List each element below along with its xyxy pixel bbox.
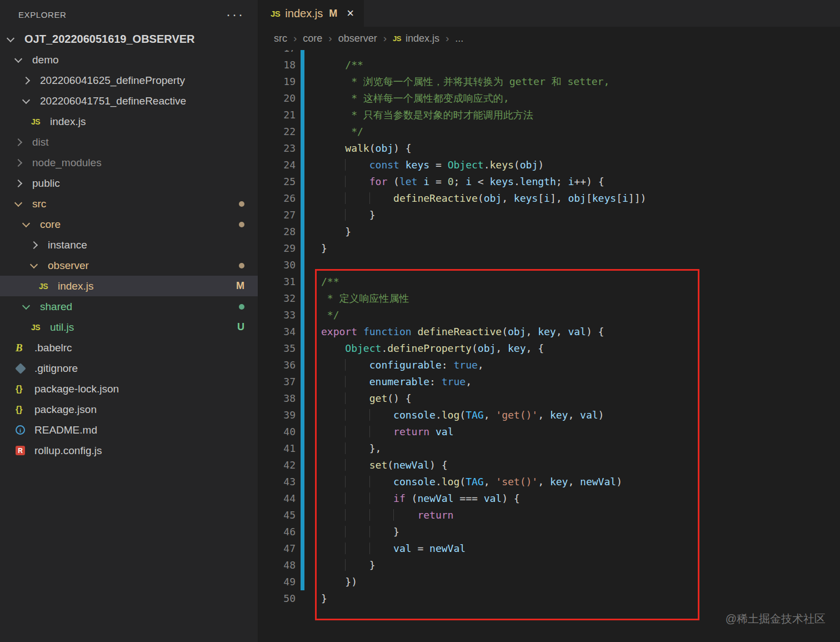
tab-index-js[interactable]: js JS index.js M ×	[258, 0, 364, 27]
code-line-34: 34export function defineReactive(obj, ke…	[258, 324, 840, 340]
indent-guide	[345, 359, 369, 371]
tree-folder-core[interactable]: core	[0, 214, 258, 235]
line-number: 41	[258, 440, 296, 457]
tree-folder-ojt-202206051619-observer[interactable]: OJT_202206051619_OBSERVER	[0, 29, 258, 49]
git-modified-gutter-bar	[301, 440, 304, 457]
tree-file-util-js[interactable]: JSutil.jsU	[0, 317, 258, 337]
line-number: 28	[258, 223, 296, 240]
tree-file-index-js[interactable]: JSindex.js	[0, 111, 258, 132]
breadcrumb-item-src[interactable]: src	[274, 33, 287, 44]
more-actions-icon[interactable]: ···	[226, 12, 244, 17]
code-text: * 只有当参数是对象的时才能调用此方法	[321, 107, 533, 123]
chevron-down-icon	[22, 96, 30, 103]
babel-file-icon: B	[16, 342, 23, 354]
line-number: 24	[258, 157, 296, 173]
code-line-32: 32 * 定义响应性属性	[258, 290, 840, 307]
line-number: 22	[258, 123, 296, 140]
explorer-header: EXPLORER ···	[0, 0, 258, 29]
rollup-file-icon: R	[16, 446, 25, 455]
code-line-24: 24 const keys = Object.keys(obj)	[258, 157, 840, 173]
indent-guide	[345, 392, 369, 404]
indent-guide	[369, 192, 393, 204]
tree-folder-public[interactable]: public	[0, 173, 258, 193]
gutter-spacer	[301, 590, 304, 607]
breadcrumb: src›core›observer›JSindex.js›...	[258, 27, 840, 50]
chevron-down-icon	[14, 198, 22, 206]
chevron-right-icon	[30, 241, 38, 248]
code-text: /**	[321, 273, 339, 290]
breadcrumb-item-index-js[interactable]: JSindex.js	[393, 33, 439, 44]
tree-item-label: util.js	[50, 321, 74, 334]
breadcrumb-item-observer[interactable]: observer	[338, 33, 377, 44]
file-tree: OJT_202206051619_OBSERVERdemo20220604162…	[0, 29, 258, 461]
breadcrumb-item-core[interactable]: core	[303, 33, 322, 44]
tree-folder-instance[interactable]: instance	[0, 235, 258, 255]
git-file-icon	[15, 363, 26, 374]
line-number: 35	[258, 340, 296, 357]
line-number: 21	[258, 107, 296, 123]
tree-item-label: index.js	[58, 280, 93, 292]
chevron-right-icon	[14, 158, 22, 166]
code-line-29: 29}	[258, 240, 840, 257]
tree-folder-observer[interactable]: observer	[0, 255, 258, 276]
tree-folder-dist[interactable]: dist	[0, 132, 258, 152]
code-line-43: 43 console.log(TAG, 'set()', key, newVal…	[258, 474, 840, 490]
tree-item-label: .babelrc	[34, 342, 72, 354]
tree-file-index-js[interactable]: JSindex.jsM	[0, 276, 258, 296]
tree-file-rollup-config-js[interactable]: Rrollup.config.js	[0, 440, 258, 461]
code-line-50: 50}	[258, 590, 840, 607]
breadcrumb-separator: ›	[383, 32, 387, 44]
line-number: 46	[258, 524, 296, 540]
close-icon[interactable]: ×	[347, 7, 354, 19]
code-text: set(newVal) {	[321, 457, 448, 474]
code-text: for (let i = 0; i < keys.length; i++) {	[321, 173, 604, 190]
tree-folder-src[interactable]: src	[0, 193, 258, 214]
line-number: 44	[258, 490, 296, 507]
code-text: }	[321, 557, 376, 574]
tree-folder-node-modules[interactable]: node_modules	[0, 152, 258, 173]
code-line-21: 21 * 只有当参数是对象的时才能调用此方法	[258, 107, 840, 123]
breadcrumb-item--[interactable]: ...	[455, 33, 463, 44]
git-modified-gutter-bar	[301, 157, 304, 173]
tree-file-readme-md[interactable]: iREADME.md	[0, 420, 258, 440]
indent-guide	[369, 543, 393, 554]
js-file-icon: JS	[393, 34, 401, 43]
indent-guide	[369, 476, 393, 487]
git-modified-gutter-bar	[301, 357, 304, 374]
code-line-44: 44 if (newVal === val) {	[258, 490, 840, 507]
tree-folder-shared[interactable]: shared	[0, 296, 258, 317]
git-modified-gutter-bar	[301, 424, 304, 440]
code-editor[interactable]: 1718 /**19 * 浏览每一个属性，并将其转换为 getter 和 set…	[258, 50, 840, 642]
tree-item-label: dist	[32, 136, 49, 148]
line-number: 20	[258, 90, 296, 107]
tree-folder-demo[interactable]: demo	[0, 49, 258, 70]
tree-file--gitignore[interactable]: .gitignore	[0, 358, 258, 379]
git-modified-gutter-bar	[301, 90, 304, 107]
code-line-31: 31/**	[258, 273, 840, 290]
git-status-badge: U	[237, 321, 244, 333]
indent-guide	[345, 476, 369, 487]
git-modified-gutter-bar	[301, 140, 304, 157]
git-modified-gutter-bar	[301, 457, 304, 474]
code-text: },	[321, 440, 381, 457]
line-number: 29	[258, 240, 296, 257]
tree-item-label: package.json	[34, 404, 97, 416]
line-number: 45	[258, 507, 296, 524]
git-modified-gutter-bar	[301, 240, 304, 257]
tree-file-package-lock-json[interactable]: {}package-lock.json	[0, 379, 258, 399]
tree-folder-202206041751-definereactive[interactable]: 202206041751_defineReactive	[0, 91, 258, 111]
line-number: 26	[258, 190, 296, 207]
indent-guide	[345, 442, 369, 454]
js-file-icon: JS	[271, 9, 280, 18]
tree-file-package-json[interactable]: {}package.json	[0, 399, 258, 420]
code-text: return val	[321, 424, 453, 440]
tree-item-label: .gitignore	[34, 362, 78, 375]
indent-guide	[345, 159, 369, 171]
git-modified-dot-badge	[239, 263, 244, 268]
code-text: }	[321, 524, 399, 540]
git-modified-gutter-bar	[301, 524, 304, 540]
tree-folder-202206041625-defineproperty[interactable]: 202206041625_defineProperty	[0, 70, 258, 91]
code-text: * 这样每一个属性都变成响应式的,	[321, 90, 509, 107]
indent-guide	[369, 509, 393, 521]
tree-file--babelrc[interactable]: B.babelrc	[0, 337, 258, 358]
